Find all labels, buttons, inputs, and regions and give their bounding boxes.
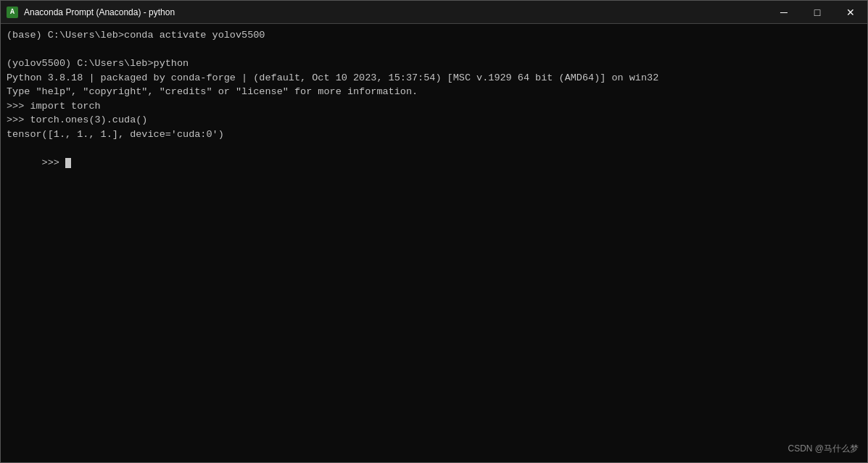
maximize-button[interactable]: □ [801,1,834,24]
title-bar: A Anaconda Prompt (Anaconda) - python ─ … [1,1,867,24]
terminal-line-9: >>> [7,142,861,185]
icon-letter: A [10,8,15,16]
terminal-window: A Anaconda Prompt (Anaconda) - python ─ … [0,0,868,463]
window-title: Anaconda Prompt (Anaconda) - python [24,7,175,17]
watermark: CSDN @马什么梦 [788,443,859,455]
terminal-line-7: >>> torch.ones(3).cuda() [7,113,861,128]
cursor-blink [65,158,71,168]
terminal-line-8: tensor([1., 1., 1.], device='cuda:0') [7,128,861,142]
close-button[interactable]: ✕ [834,1,867,24]
prompt-text: >>> [42,157,65,168]
minimize-button[interactable]: ─ [767,1,801,24]
terminal-line-1: (base) C:\Users\leb>conda activate yolov… [7,28,861,43]
title-bar-left: A Anaconda Prompt (Anaconda) - python [7,7,175,18]
terminal-line-2 [7,43,861,57]
terminal-line-6: >>> import torch [7,99,861,114]
window-controls: ─ □ ✕ [767,1,867,24]
terminal-body[interactable]: (base) C:\Users\leb>conda activate yolov… [1,24,867,462]
terminal-line-4: Python 3.8.18 | packaged by conda-forge … [7,71,861,85]
app-icon: A [7,7,18,18]
terminal-line-5: Type "help", "copyright", "credits" or "… [7,85,861,99]
terminal-line-3: (yolov5500) C:\Users\leb>python [7,57,861,71]
